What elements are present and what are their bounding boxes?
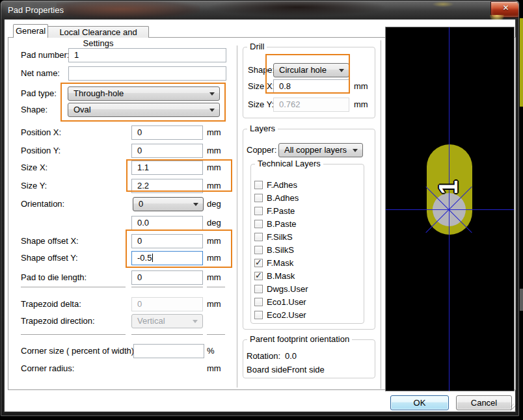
drill-size-x-label: Size X: [248, 79, 275, 94]
size-x-input[interactable]: 1.1 [131, 161, 203, 175]
board-side-value: Front side [287, 363, 325, 376]
title-bar[interactable]: Pad Properties ✕ [1, 1, 518, 20]
drill-shape-dropdown[interactable]: Circular hole [273, 63, 349, 77]
size-x-unit: mm [207, 161, 221, 175]
checkbox-f-mask[interactable] [254, 259, 263, 267]
drill-size-y-unit: mm [354, 98, 368, 112]
corner-size-unit: % [207, 344, 215, 358]
checkbox-f-adhes[interactable] [254, 181, 263, 189]
titlebar-glass-reflection [57, 1, 200, 19]
copper-layers-dropdown[interactable]: All copper layers [278, 143, 363, 157]
checkbox-f-silks[interactable] [254, 233, 263, 241]
corner-radius-unit: mm [207, 361, 221, 376]
drill-size-x-unit: mm [354, 79, 368, 94]
separator [21, 334, 126, 335]
rotation-label: Rotation: [247, 350, 280, 363]
drill-shape-label: Shape: [248, 63, 275, 77]
checkbox-b-silks[interactable] [254, 246, 263, 254]
pad-number-input[interactable]: 1 [68, 48, 226, 62]
drill-group-title: Drill [247, 42, 267, 51]
checkbox-f-paste[interactable] [254, 207, 263, 215]
position-x-unit: mm [207, 125, 221, 140]
board-side-label: Board side: [247, 363, 289, 376]
cancel-button[interactable]: Cancel [456, 395, 512, 410]
corner-size-input[interactable] [133, 344, 204, 358]
ok-button[interactable]: OK [390, 395, 449, 410]
checkbox-b-paste[interactable] [254, 220, 263, 228]
separator [131, 334, 203, 335]
corner-size-label: Corner size ( percent of width): [21, 344, 137, 358]
resize-grip[interactable] [511, 404, 518, 411]
position-x-input[interactable]: 0 [131, 125, 203, 140]
checkbox-b-mask[interactable] [254, 272, 263, 280]
frame-divider [4, 412, 516, 412]
titlebar-glass-reflection [432, 1, 454, 7]
tab-local-clearance[interactable]: Local Clearance and Settings [47, 26, 149, 38]
dropdown-arrow-icon [339, 69, 344, 72]
pad-number-text: 1 [434, 180, 463, 194]
separator [207, 334, 225, 335]
close-icon: ✕ [491, 3, 518, 12]
window-title: Pad Properties [8, 5, 64, 15]
drill-size-y-input: 0.762 [273, 98, 349, 112]
titlebar-glass-reflection [209, 1, 385, 16]
corner-radius-label: Corner radius: [21, 361, 74, 376]
screen: Pad Properties ✕ Local Clearance and Set… [0, 0, 523, 420]
rotation-value: 0.0 [285, 350, 297, 363]
size-x-label: Size X: [21, 161, 47, 175]
checkbox-eco1-user[interactable] [254, 298, 263, 306]
layers-group-title: Layers [247, 124, 278, 133]
copper-label: Copper: [247, 143, 276, 157]
drill-size-y-label: Size Y: [248, 98, 274, 112]
drill-size-x-input[interactable]: 0.8 [273, 79, 349, 94]
technical-layers-title: Technical Layers [255, 159, 323, 168]
checkbox-b-adhes[interactable] [254, 194, 263, 202]
checkbox-eco2-user[interactable] [254, 311, 263, 319]
parent-orientation-title: Parent footprint orientation [247, 334, 352, 344]
checkbox-dwgs-user[interactable] [254, 285, 263, 293]
position-x-label: Position X: [21, 125, 61, 140]
dropdown-arrow-icon [353, 149, 358, 152]
pad-preview-canvas[interactable]: 1 [385, 27, 515, 391]
tab-general[interactable]: General [13, 24, 48, 38]
horizontal-axis-line [386, 209, 514, 210]
pad-number-label: Pad number: [21, 48, 69, 62]
